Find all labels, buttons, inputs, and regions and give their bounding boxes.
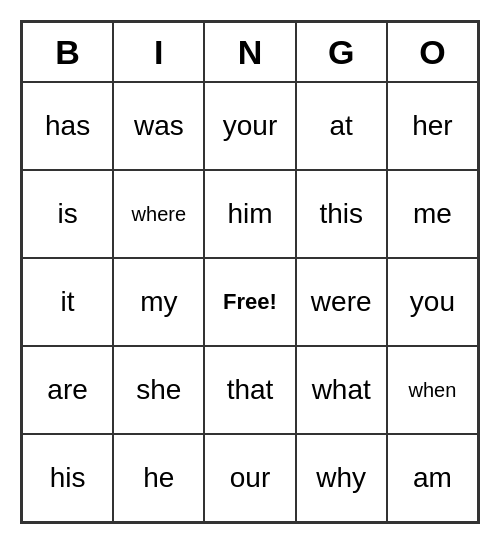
cell-3-2: my — [113, 258, 204, 346]
row-5: his he our why am — [22, 434, 478, 522]
header-b: B — [22, 22, 113, 82]
header-g: G — [296, 22, 387, 82]
bingo-card: B I N G O has was your at her is where h… — [20, 20, 480, 524]
cell-1-4: at — [296, 82, 387, 170]
cell-4-3: that — [204, 346, 295, 434]
cell-2-4: this — [296, 170, 387, 258]
cell-1-1: has — [22, 82, 113, 170]
row-3: it my Free! were you — [22, 258, 478, 346]
cell-1-2: was — [113, 82, 204, 170]
cell-3-3-free: Free! — [204, 258, 295, 346]
cell-5-2: he — [113, 434, 204, 522]
cell-5-5: am — [387, 434, 478, 522]
cell-4-2: she — [113, 346, 204, 434]
row-2: is where him this me — [22, 170, 478, 258]
cell-3-4: were — [296, 258, 387, 346]
row-4: are she that what when — [22, 346, 478, 434]
header-o: O — [387, 22, 478, 82]
cell-1-3: your — [204, 82, 295, 170]
cell-2-1: is — [22, 170, 113, 258]
header-row: B I N G O — [22, 22, 478, 82]
cell-4-4: what — [296, 346, 387, 434]
header-n: N — [204, 22, 295, 82]
header-i: I — [113, 22, 204, 82]
cell-5-3: our — [204, 434, 295, 522]
cell-4-5: when — [387, 346, 478, 434]
cell-1-5: her — [387, 82, 478, 170]
row-1: has was your at her — [22, 82, 478, 170]
cell-2-5: me — [387, 170, 478, 258]
cell-5-4: why — [296, 434, 387, 522]
cell-2-2: where — [113, 170, 204, 258]
cell-3-1: it — [22, 258, 113, 346]
cell-4-1: are — [22, 346, 113, 434]
cell-3-5: you — [387, 258, 478, 346]
cell-5-1: his — [22, 434, 113, 522]
cell-2-3: him — [204, 170, 295, 258]
